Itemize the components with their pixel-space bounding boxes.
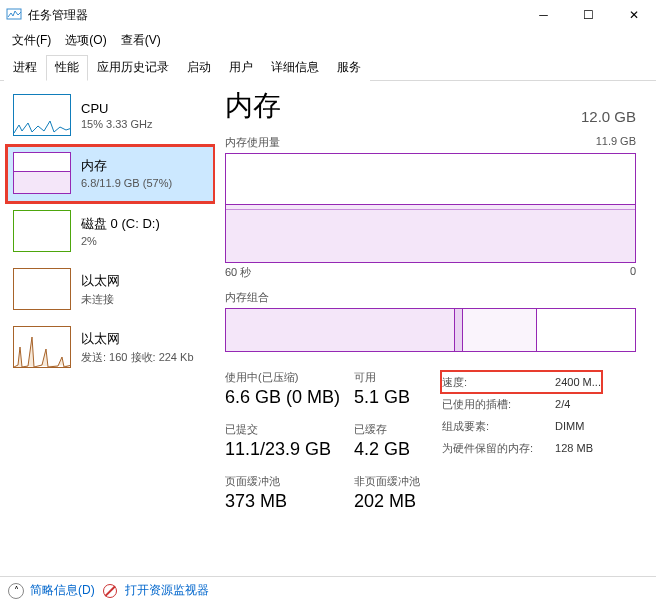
eth0-mini-graph xyxy=(13,268,71,310)
window-title: 任务管理器 xyxy=(28,7,521,24)
fewer-details-link[interactable]: 简略信息(D) xyxy=(30,582,95,599)
stat-paged-label: 页面缓冲池 xyxy=(225,474,340,489)
minimize-button[interactable]: ─ xyxy=(521,0,566,30)
resource-monitor-icon xyxy=(103,584,117,598)
sidebar-mem-sub: 6.8/11.9 GB (57%) xyxy=(81,177,172,189)
eth1-mini-graph xyxy=(13,326,71,368)
sidebar-item-cpu[interactable]: CPU 15% 3.33 GHz xyxy=(6,87,215,145)
tab-performance[interactable]: 性能 xyxy=(46,55,88,81)
tab-users[interactable]: 用户 xyxy=(220,55,262,81)
memory-mini-graph xyxy=(13,152,71,194)
detail-panel: 内存 12.0 GB 内存使用量 11.9 GB 60 秒 0 内存组合 使用中… xyxy=(215,81,656,576)
stat-cached-label: 已缓存 xyxy=(354,422,420,437)
meta-form-key: 组成要素: xyxy=(442,416,553,436)
close-button[interactable]: ✕ xyxy=(611,0,656,30)
sidebar-item-eth0[interactable]: 以太网 未连接 xyxy=(6,261,215,319)
meta-slots-val: 2/4 xyxy=(555,394,601,414)
stats-area: 使用中(已压缩)6.6 GB (0 MB) 已提交11.1/23.9 GB 页面… xyxy=(225,370,636,512)
sidebar: CPU 15% 3.33 GHz 内存 6.8/11.9 GB (57%) 磁盘… xyxy=(0,81,215,576)
stat-paged-value: 373 MB xyxy=(225,491,340,512)
sidebar-item-disk[interactable]: 磁盘 0 (C: D:) 2% xyxy=(6,203,215,261)
tab-app-history[interactable]: 应用历史记录 xyxy=(88,55,178,81)
memory-usage-chart xyxy=(225,153,636,263)
titlebar: 任务管理器 ─ ☐ ✕ xyxy=(0,0,656,30)
usage-chart-max: 11.9 GB xyxy=(596,135,636,150)
sidebar-mem-name: 内存 xyxy=(81,157,172,175)
sidebar-disk-sub: 2% xyxy=(81,235,160,247)
meta-speed-val: 2400 M... xyxy=(555,372,601,392)
menu-file[interactable]: 文件(F) xyxy=(6,30,57,51)
meta-speed-key: 速度: xyxy=(442,372,553,392)
memory-meta-table: 速度:2400 M... 已使用的插槽:2/4 组成要素:DIMM 为硬件保留的… xyxy=(440,370,603,460)
stat-avail-value: 5.1 GB xyxy=(354,387,420,408)
memory-composition-chart xyxy=(225,308,636,352)
detail-capacity: 12.0 GB xyxy=(581,108,636,125)
tab-details[interactable]: 详细信息 xyxy=(262,55,328,81)
menubar: 文件(F) 选项(O) 查看(V) xyxy=(0,30,656,50)
usage-chart-label: 内存使用量 xyxy=(225,135,280,150)
sidebar-eth0-sub: 未连接 xyxy=(81,292,120,307)
disk-mini-graph xyxy=(13,210,71,252)
stat-inuse-label: 使用中(已压缩) xyxy=(225,370,340,385)
tab-services[interactable]: 服务 xyxy=(328,55,370,81)
cpu-mini-graph xyxy=(13,94,71,136)
meta-hw-val: 128 MB xyxy=(555,438,601,458)
meta-slots-key: 已使用的插槽: xyxy=(442,394,553,414)
sidebar-disk-name: 磁盘 0 (C: D:) xyxy=(81,215,160,233)
chevron-up-icon[interactable]: ˄ xyxy=(8,583,24,599)
tabstrip: 进程 性能 应用历史记录 启动 用户 详细信息 服务 xyxy=(0,50,656,81)
tab-startup[interactable]: 启动 xyxy=(178,55,220,81)
chart-axis-right: 0 xyxy=(630,265,636,280)
open-resource-monitor-link[interactable]: 打开资源监视器 xyxy=(125,582,209,599)
sidebar-eth0-name: 以太网 xyxy=(81,272,120,290)
sidebar-item-eth1[interactable]: 以太网 发送: 160 接收: 224 Kb xyxy=(6,319,215,377)
stat-commit-label: 已提交 xyxy=(225,422,340,437)
meta-form-val: DIMM xyxy=(555,416,601,436)
tab-processes[interactable]: 进程 xyxy=(4,55,46,81)
sidebar-eth1-name: 以太网 xyxy=(81,330,194,348)
footer: ˄ 简略信息(D) 打开资源监视器 xyxy=(0,576,656,599)
menu-view[interactable]: 查看(V) xyxy=(115,30,167,51)
menu-options[interactable]: 选项(O) xyxy=(59,30,112,51)
sidebar-cpu-sub: 15% 3.33 GHz xyxy=(81,118,153,130)
maximize-button[interactable]: ☐ xyxy=(566,0,611,30)
stat-commit-value: 11.1/23.9 GB xyxy=(225,439,340,460)
sidebar-item-memory[interactable]: 内存 6.8/11.9 GB (57%) xyxy=(6,145,215,203)
meta-hw-key: 为硬件保留的内存: xyxy=(442,438,553,458)
sidebar-eth1-sub: 发送: 160 接收: 224 Kb xyxy=(81,350,194,365)
chart-axis-left: 60 秒 xyxy=(225,265,251,280)
stat-nonpaged-value: 202 MB xyxy=(354,491,420,512)
sidebar-cpu-name: CPU xyxy=(81,101,153,116)
stat-nonpaged-label: 非页面缓冲池 xyxy=(354,474,420,489)
main-area: CPU 15% 3.33 GHz 内存 6.8/11.9 GB (57%) 磁盘… xyxy=(0,81,656,576)
composition-label: 内存组合 xyxy=(225,290,269,305)
detail-title: 内存 xyxy=(225,87,281,125)
stat-cached-value: 4.2 GB xyxy=(354,439,420,460)
stat-avail-label: 可用 xyxy=(354,370,420,385)
app-icon xyxy=(6,7,22,23)
stat-inuse-value: 6.6 GB (0 MB) xyxy=(225,387,340,408)
